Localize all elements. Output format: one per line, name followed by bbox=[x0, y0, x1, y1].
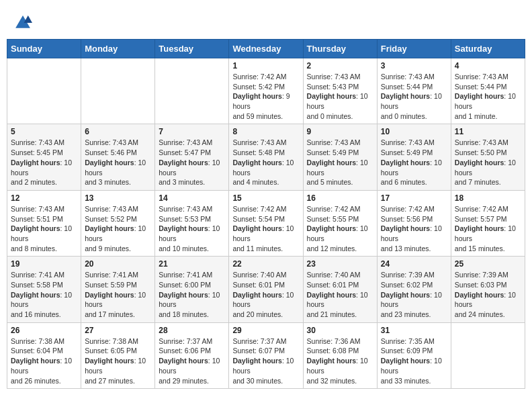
cell-content: Sunrise: 7:43 AMSunset: 5:44 PMDaylight … bbox=[455, 72, 521, 121]
cell-content: Sunrise: 7:43 AMSunset: 5:49 PMDaylight … bbox=[381, 138, 447, 187]
calendar-cell: 25Sunrise: 7:39 AMSunset: 6:03 PMDayligh… bbox=[451, 257, 525, 322]
calendar-cell: 8Sunrise: 7:43 AMSunset: 5:48 PMDaylight… bbox=[229, 124, 303, 190]
cell-content: Sunrise: 7:42 AMSunset: 5:55 PMDaylight … bbox=[307, 204, 373, 253]
calendar-cell: 20Sunrise: 7:41 AMSunset: 5:59 PMDayligh… bbox=[81, 257, 155, 322]
calendar-week-row: 12Sunrise: 7:43 AMSunset: 5:51 PMDayligh… bbox=[7, 190, 525, 256]
calendar-header-friday: Friday bbox=[377, 40, 451, 58]
day-number: 16 bbox=[307, 193, 373, 203]
cell-content: Sunrise: 7:39 AMSunset: 6:03 PMDaylight … bbox=[455, 270, 521, 319]
day-number: 2 bbox=[307, 61, 373, 71]
cell-content: Sunrise: 7:42 AMSunset: 5:57 PMDaylight … bbox=[455, 204, 521, 253]
calendar-week-row: 1Sunrise: 7:42 AMSunset: 5:42 PMDaylight… bbox=[7, 58, 525, 124]
day-number: 25 bbox=[455, 259, 521, 269]
day-number: 18 bbox=[455, 193, 521, 203]
svg-marker-1 bbox=[24, 15, 32, 23]
calendar-cell: 2Sunrise: 7:43 AMSunset: 5:43 PMDaylight… bbox=[303, 58, 377, 124]
cell-content: Sunrise: 7:35 AMSunset: 6:09 PMDaylight … bbox=[381, 336, 447, 385]
calendar-cell: 21Sunrise: 7:41 AMSunset: 6:00 PMDayligh… bbox=[155, 257, 229, 322]
calendar-header-thursday: Thursday bbox=[303, 40, 377, 58]
cell-content: Sunrise: 7:37 AMSunset: 6:07 PMDaylight … bbox=[232, 336, 299, 385]
calendar-cell: 23Sunrise: 7:40 AMSunset: 6:01 PMDayligh… bbox=[303, 257, 377, 322]
day-number: 28 bbox=[159, 326, 225, 335]
day-number: 23 bbox=[307, 259, 373, 269]
cell-content: Sunrise: 7:39 AMSunset: 6:02 PMDaylight … bbox=[381, 270, 447, 319]
calendar-header-tuesday: Tuesday bbox=[155, 40, 229, 58]
day-number: 22 bbox=[232, 259, 299, 269]
calendar-cell: 15Sunrise: 7:42 AMSunset: 5:54 PMDayligh… bbox=[229, 190, 303, 256]
calendar-cell: 16Sunrise: 7:42 AMSunset: 5:55 PMDayligh… bbox=[303, 190, 377, 256]
cell-content: Sunrise: 7:43 AMSunset: 5:44 PMDaylight … bbox=[381, 72, 447, 121]
calendar-week-row: 19Sunrise: 7:41 AMSunset: 5:58 PMDayligh… bbox=[7, 257, 525, 322]
calendar-cell: 4Sunrise: 7:43 AMSunset: 5:44 PMDaylight… bbox=[451, 58, 525, 124]
logo-icon bbox=[13, 13, 32, 32]
day-number: 8 bbox=[232, 127, 299, 136]
day-number: 26 bbox=[11, 326, 77, 335]
calendar-cell: 11Sunrise: 7:43 AMSunset: 5:50 PMDayligh… bbox=[451, 124, 525, 190]
calendar-cell: 9Sunrise: 7:43 AMSunset: 5:49 PMDaylight… bbox=[303, 124, 377, 190]
cell-content: Sunrise: 7:42 AMSunset: 5:56 PMDaylight … bbox=[381, 204, 447, 253]
day-number: 14 bbox=[159, 193, 225, 203]
cell-content: Sunrise: 7:43 AMSunset: 5:51 PMDaylight … bbox=[11, 204, 77, 253]
day-number: 27 bbox=[85, 326, 151, 335]
cell-content: Sunrise: 7:43 AMSunset: 5:52 PMDaylight … bbox=[85, 204, 151, 253]
cell-content: Sunrise: 7:43 AMSunset: 5:50 PMDaylight … bbox=[455, 138, 521, 187]
day-number: 21 bbox=[159, 259, 225, 269]
calendar-cell: 13Sunrise: 7:43 AMSunset: 5:52 PMDayligh… bbox=[81, 190, 155, 256]
day-number: 1 bbox=[232, 61, 299, 71]
calendar-cell bbox=[81, 58, 155, 124]
cell-content: Sunrise: 7:43 AMSunset: 5:46 PMDaylight … bbox=[85, 138, 151, 187]
day-number: 24 bbox=[381, 259, 447, 269]
calendar-cell: 5Sunrise: 7:43 AMSunset: 5:45 PMDaylight… bbox=[7, 124, 81, 190]
calendar-table: SundayMondayTuesdayWednesdayThursdayFrid… bbox=[7, 39, 525, 389]
cell-content: Sunrise: 7:40 AMSunset: 6:01 PMDaylight … bbox=[307, 270, 373, 319]
calendar-cell: 7Sunrise: 7:43 AMSunset: 5:47 PMDaylight… bbox=[155, 124, 229, 190]
day-number: 31 bbox=[381, 326, 447, 335]
day-number: 9 bbox=[307, 127, 373, 136]
calendar-cell: 26Sunrise: 7:38 AMSunset: 6:04 PMDayligh… bbox=[7, 322, 81, 388]
calendar-week-row: 26Sunrise: 7:38 AMSunset: 6:04 PMDayligh… bbox=[7, 322, 525, 388]
calendar-cell: 10Sunrise: 7:43 AMSunset: 5:49 PMDayligh… bbox=[377, 124, 451, 190]
calendar-cell: 29Sunrise: 7:37 AMSunset: 6:07 PMDayligh… bbox=[229, 322, 303, 388]
calendar-cell bbox=[7, 58, 81, 124]
calendar-header-row: SundayMondayTuesdayWednesdayThursdayFrid… bbox=[7, 40, 525, 58]
day-number: 3 bbox=[381, 61, 447, 71]
page-header bbox=[7, 7, 525, 36]
calendar-cell: 30Sunrise: 7:36 AMSunset: 6:08 PMDayligh… bbox=[303, 322, 377, 388]
calendar-cell: 14Sunrise: 7:43 AMSunset: 5:53 PMDayligh… bbox=[155, 190, 229, 256]
calendar-cell: 6Sunrise: 7:43 AMSunset: 5:46 PMDaylight… bbox=[81, 124, 155, 190]
cell-content: Sunrise: 7:38 AMSunset: 6:04 PMDaylight … bbox=[11, 336, 77, 385]
day-number: 11 bbox=[455, 127, 521, 136]
day-number: 12 bbox=[11, 193, 77, 203]
day-number: 29 bbox=[232, 326, 299, 335]
day-number: 6 bbox=[85, 127, 151, 136]
cell-content: Sunrise: 7:41 AMSunset: 5:58 PMDaylight … bbox=[11, 270, 77, 319]
day-number: 30 bbox=[307, 326, 373, 335]
cell-content: Sunrise: 7:42 AMSunset: 5:54 PMDaylight … bbox=[232, 204, 299, 253]
calendar-cell: 22Sunrise: 7:40 AMSunset: 6:01 PMDayligh… bbox=[229, 257, 303, 322]
day-number: 10 bbox=[381, 127, 447, 136]
calendar-cell: 19Sunrise: 7:41 AMSunset: 5:58 PMDayligh… bbox=[7, 257, 81, 322]
cell-content: Sunrise: 7:43 AMSunset: 5:43 PMDaylight … bbox=[307, 72, 373, 121]
day-number: 17 bbox=[381, 193, 447, 203]
calendar-cell: 28Sunrise: 7:37 AMSunset: 6:06 PMDayligh… bbox=[155, 322, 229, 388]
cell-content: Sunrise: 7:43 AMSunset: 5:49 PMDaylight … bbox=[307, 138, 373, 187]
calendar-cell: 12Sunrise: 7:43 AMSunset: 5:51 PMDayligh… bbox=[7, 190, 81, 256]
calendar-header-sunday: Sunday bbox=[7, 40, 81, 58]
calendar-cell bbox=[155, 58, 229, 124]
calendar-cell: 1Sunrise: 7:42 AMSunset: 5:42 PMDaylight… bbox=[229, 58, 303, 124]
cell-content: Sunrise: 7:43 AMSunset: 5:47 PMDaylight … bbox=[159, 138, 225, 187]
logo bbox=[13, 13, 35, 32]
calendar-cell: 18Sunrise: 7:42 AMSunset: 5:57 PMDayligh… bbox=[451, 190, 525, 256]
day-number: 20 bbox=[85, 259, 151, 269]
calendar-cell bbox=[451, 322, 525, 388]
cell-content: Sunrise: 7:38 AMSunset: 6:05 PMDaylight … bbox=[85, 336, 151, 385]
calendar-header-wednesday: Wednesday bbox=[229, 40, 303, 58]
cell-content: Sunrise: 7:36 AMSunset: 6:08 PMDaylight … bbox=[307, 336, 373, 385]
day-number: 4 bbox=[455, 61, 521, 71]
day-number: 7 bbox=[159, 127, 225, 136]
cell-content: Sunrise: 7:43 AMSunset: 5:45 PMDaylight … bbox=[11, 138, 77, 187]
cell-content: Sunrise: 7:37 AMSunset: 6:06 PMDaylight … bbox=[159, 336, 225, 385]
calendar-cell: 24Sunrise: 7:39 AMSunset: 6:02 PMDayligh… bbox=[377, 257, 451, 322]
calendar-cell: 27Sunrise: 7:38 AMSunset: 6:05 PMDayligh… bbox=[81, 322, 155, 388]
day-number: 13 bbox=[85, 193, 151, 203]
